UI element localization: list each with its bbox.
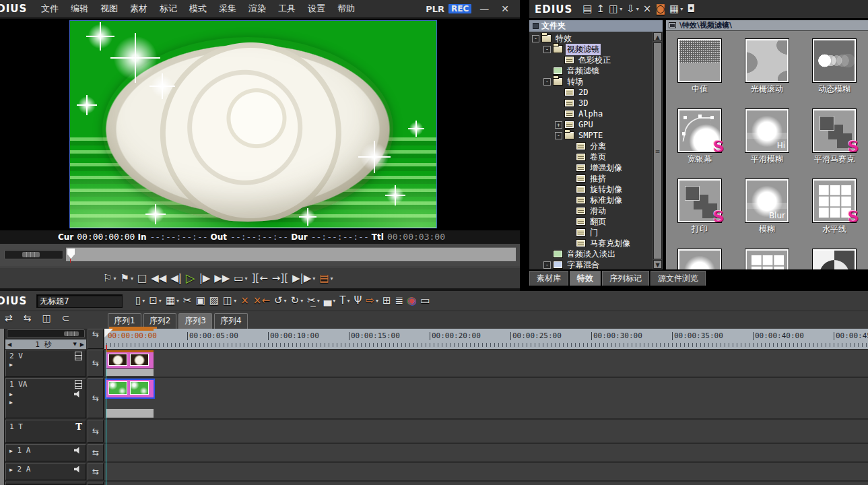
track-header-1t[interactable]: 1 TT (5, 420, 86, 443)
dropdown-arrow-icon[interactable]: ▾ (131, 276, 133, 282)
tree-item-standard-wipe[interactable]: 标准划像 (529, 195, 653, 205)
tree-item-audio-filters[interactable]: 音频滤镜 (529, 65, 653, 76)
zoom-left-arrow[interactable]: ◀ (5, 342, 13, 348)
tree-item-page-turn[interactable]: 翻页 (529, 216, 653, 227)
patch-cell-1t[interactable]: ⇆ (88, 420, 104, 443)
expand-track-icon[interactable]: ▶ (9, 362, 13, 368)
dropdown-arrow-icon[interactable]: ▾ (347, 298, 349, 304)
dropdown-arrow-icon[interactable]: ▾ (176, 298, 179, 304)
mixer-strip-2v[interactable] (106, 369, 154, 376)
render-export-button[interactable]: ⇨ ▾ (366, 296, 378, 306)
tree-item-alpha[interactable]: Alpha (529, 108, 653, 119)
title-button[interactable]: T ▾ (339, 296, 349, 306)
dropdown-arrow-icon[interactable]: ▾ (113, 276, 116, 282)
zoom-dropdown-icon[interactable]: ▼ (73, 342, 76, 347)
voiceover-button[interactable]: Ψ (354, 296, 362, 306)
next-frame-button[interactable]: |▶ (199, 273, 211, 284)
playhead-marker[interactable] (67, 249, 75, 259)
timeline-h-scrollbar[interactable] (7, 329, 85, 338)
lock-button[interactable]: ◘ (687, 4, 695, 14)
dropdown-arrow-icon[interactable]: ▾ (620, 6, 622, 12)
more-button[interactable]: ▭ (420, 296, 430, 306)
set-out-point-button[interactable]: ⚑ ▾ (120, 273, 133, 284)
timeline-zoom-control[interactable]: ◀ 1 秒 ▼ ▶ (5, 340, 86, 349)
menu-edit[interactable]: 编辑 (65, 3, 94, 15)
previous-frame-button[interactable]: ◀| (170, 273, 182, 284)
dropdown-arrow-icon[interactable]: ▾ (300, 298, 303, 304)
patch-cell-2a[interactable]: ⇆ (88, 463, 104, 480)
tab-bin[interactable]: 素材库 (529, 271, 568, 286)
ripple-delete-button[interactable]: ×← (253, 296, 270, 306)
track-lane-1a[interactable] (104, 444, 868, 461)
overwrite-mode-button[interactable]: ⇄ (5, 313, 13, 323)
clip-rose-2v[interactable] (106, 350, 154, 368)
menu-help[interactable]: 帮助 (331, 3, 361, 15)
menu-view[interactable]: 视图 (94, 3, 124, 15)
track-header-2v[interactable]: 2 V ▶ (5, 350, 86, 377)
tree-item-slide[interactable]: 滑动 (529, 205, 653, 216)
track-header-1a[interactable]: ▶ 1 A (5, 444, 86, 461)
player-mode-plr[interactable]: PLR (426, 4, 444, 14)
patch-cell-1va[interactable]: ⇆ (88, 378, 104, 418)
open-project-button[interactable]: ⊡ ▾ (149, 296, 162, 306)
save-project-button[interactable]: ▦ ▾ (166, 296, 179, 306)
tree-toggle[interactable]: - (543, 46, 551, 53)
dropdown-arrow-icon[interactable]: ▾ (317, 298, 320, 304)
stop-button[interactable]: □ (137, 273, 147, 284)
tree-item-push[interactable]: 推挤 (529, 173, 653, 184)
set-in-point-button[interactable]: ⚐ ▾ (103, 273, 116, 284)
paste-button[interactable]: ▨ (209, 296, 219, 306)
delete-button[interactable]: × (643, 4, 652, 14)
tree-item-smpte[interactable]: - SMPTE (529, 130, 653, 141)
dropdown-arrow-icon[interactable]: ▾ (330, 276, 333, 282)
undo-button[interactable]: ↺ ▾ (274, 296, 287, 306)
zoom-right-arrow[interactable]: ▶ (78, 342, 86, 348)
tab-source-browser[interactable]: 源文件浏览 (650, 271, 706, 286)
preview-scrollbar-thumb[interactable] (22, 252, 40, 257)
effect-median[interactable]: 中值 (666, 39, 733, 109)
tree-item-mosaic-wipe[interactable]: 马赛克划像 (529, 238, 653, 249)
track-header-2a[interactable]: ▶ 2 A (5, 463, 86, 480)
tree-item-transitions[interactable]: - 转场 (529, 76, 653, 87)
color-wheel-button[interactable]: ◉ (407, 296, 416, 306)
menu-mode[interactable]: 模式 (183, 3, 213, 15)
effect-widescreen[interactable]: S 宽银幕 (666, 109, 733, 179)
scrollbar-thumb[interactable]: ≡ (653, 42, 662, 259)
expand-track-icon[interactable]: ▶ (9, 399, 13, 406)
tree-item-2d[interactable]: 2D (529, 87, 653, 98)
menu-settings[interactable]: 设置 (302, 3, 331, 15)
menu-tools[interactable]: 工具 (272, 3, 302, 15)
up-folder-button[interactable]: ↥ (596, 4, 605, 14)
open-folder-button[interactable]: ▤ (582, 4, 592, 14)
tab-sequence-marker[interactable]: 序列标记 (602, 271, 649, 286)
audio-mixer-button[interactable]: ≣ (395, 296, 403, 306)
dropdown-arrow-icon[interactable]: ▾ (636, 6, 639, 12)
audio-strip-1va[interactable] (106, 409, 154, 418)
menu-capture[interactable]: 采集 (213, 3, 242, 15)
play-button[interactable]: ▷ (186, 272, 195, 284)
patch-cell[interactable]: ⇆ (88, 329, 104, 349)
tree-item-title-mix[interactable]: - 字幕混合 (529, 259, 653, 269)
copy-button[interactable]: ▣ (196, 296, 205, 306)
scroll-down-button[interactable]: ▼ (653, 260, 662, 269)
menu-render[interactable]: 渲染 (242, 3, 272, 15)
patch-cell-2v[interactable]: ⇆ (88, 350, 104, 377)
tree-item-door[interactable]: 门 (529, 227, 653, 238)
effect-smooth-mosaic[interactable]: S 平滑马赛克 (801, 109, 868, 179)
dropdown-arrow-icon[interactable]: ▾ (312, 276, 315, 282)
effect-motion-blur[interactable]: 动态模糊 (801, 39, 868, 109)
patch-cell-1a[interactable]: ⇆ (88, 444, 104, 461)
menu-file[interactable]: 文件 (35, 3, 65, 15)
duplicate-folder-button[interactable]: ◫ ▾ (609, 4, 622, 14)
track-lane-1t[interactable] (104, 420, 868, 443)
delete-in-out-button[interactable]: × (240, 296, 249, 306)
tree-item-video-filters[interactable]: - 视频滤镜 (529, 44, 653, 55)
expand-track-icon[interactable]: ▶ (9, 448, 13, 454)
dropdown-arrow-icon[interactable]: ▾ (376, 298, 378, 304)
view-mode-button[interactable]: ▦ ▾ (669, 4, 683, 14)
tree-item-enhanced-wipe[interactable]: 增强划像 (529, 162, 653, 173)
tree-item-3d[interactable]: 3D (529, 98, 653, 108)
effect-print[interactable]: S 打印 (666, 179, 733, 249)
dropdown-arrow-icon[interactable]: ▾ (680, 6, 683, 12)
tree-toggle[interactable]: - (543, 78, 551, 86)
